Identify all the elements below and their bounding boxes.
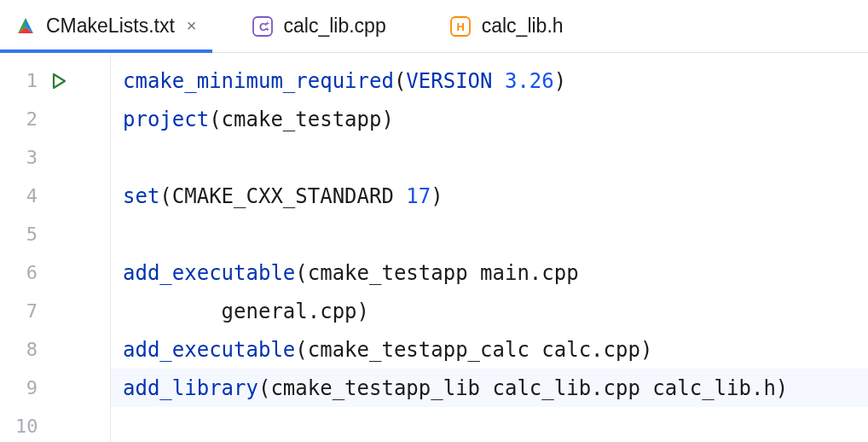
line-number: 5 (15, 224, 38, 245)
code-line (123, 215, 868, 253)
line-number: 1 (15, 70, 38, 91)
tab-calc-lib-h[interactable]: H calc_lib.h (434, 0, 579, 52)
line-number: 6 (15, 262, 38, 283)
code-line: cmake_minimum_required(VERSION 3.26) (123, 61, 868, 100)
gutter-row: 2 (0, 100, 110, 138)
code-line-current: add_library(cmake_testapp_lib calc_lib.c… (111, 369, 868, 407)
line-number: 7 (15, 300, 38, 322)
code-line: add_executable(cmake_testapp_calc calc.c… (123, 330, 868, 369)
cmake-icon (15, 16, 36, 37)
line-number: 10 (15, 416, 38, 437)
run-icon[interactable] (49, 72, 68, 90)
tab-label: CMakeLists.txt (46, 15, 175, 38)
line-number: 3 (15, 147, 38, 168)
tab-calc-lib-cpp[interactable]: C + + calc_lib.cpp (236, 0, 402, 52)
gutter-row: 4 (0, 177, 110, 215)
line-number: 9 (15, 377, 38, 398)
line-number: 8 (15, 339, 38, 360)
gutter-row: 6 (0, 253, 110, 292)
code-line (123, 138, 868, 177)
cpp-file-icon: C + + (252, 15, 274, 38)
gutter-row: 1 (0, 61, 110, 100)
header-file-icon: H (449, 15, 472, 38)
tab-bar: CMakeLists.txt × C + + calc_lib.cpp H ca… (0, 0, 868, 53)
gutter-row: 9 (0, 369, 110, 407)
line-number: 2 (15, 108, 38, 130)
svg-text:+: + (265, 26, 269, 33)
line-number: 4 (15, 185, 38, 206)
code-line: add_executable(cmake_testapp main.cpp (123, 253, 868, 292)
close-icon[interactable]: × (187, 16, 197, 36)
gutter-row: 7 (0, 292, 110, 330)
tab-label: calc_lib.h (482, 15, 564, 38)
code-line: general.cpp) (123, 292, 868, 330)
gutter-row: 5 (0, 215, 110, 253)
gutter-row: 8 (0, 330, 110, 369)
gutter-row: 3 (0, 138, 110, 177)
code-area[interactable]: cmake_minimum_required(VERSION 3.26) pro… (111, 53, 868, 442)
code-line: set(CMAKE_CXX_STANDARD 17) (123, 177, 868, 215)
svg-text:H: H (456, 20, 464, 33)
gutter-row: 10 (0, 407, 110, 442)
tab-label: calc_lib.cpp (284, 15, 386, 38)
tab-cmakelists[interactable]: CMakeLists.txt × (0, 0, 212, 52)
code-line: project(cmake_testapp) (123, 100, 868, 138)
editor: 1 2 3 4 5 6 7 8 9 10 cmake_minimum_requi… (0, 53, 868, 442)
gutter: 1 2 3 4 5 6 7 8 9 10 (0, 53, 111, 442)
code-line (123, 407, 868, 442)
